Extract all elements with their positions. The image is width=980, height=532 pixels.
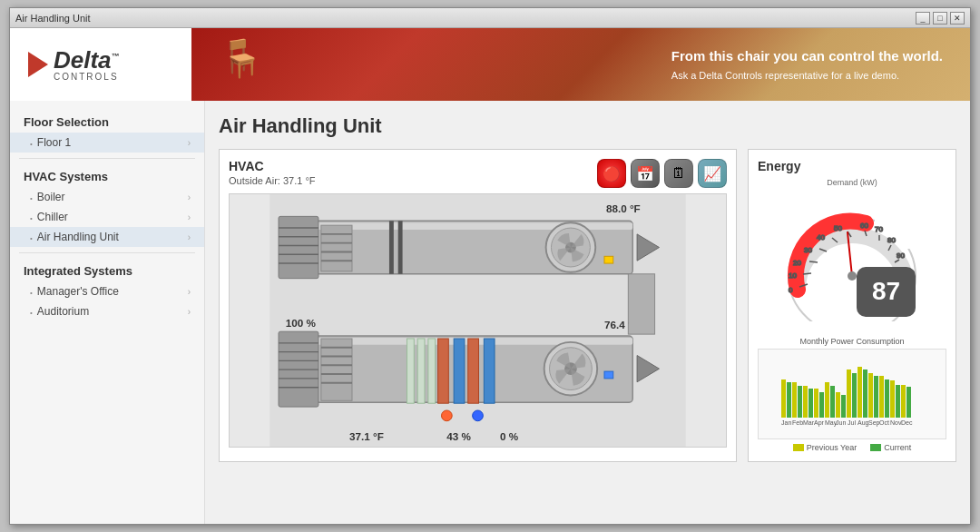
svg-rect-26 (484, 339, 495, 403)
sidebar-section-hvac: HVAC Systems (10, 164, 204, 187)
header-tagline: From this chair you can control the worl… (671, 47, 943, 83)
chart-month-label: May (825, 419, 835, 426)
content-area: Air Handling Unit HVAC Outside Air: 37.1… (205, 101, 970, 524)
bar-curr (819, 392, 824, 418)
chart-month-label: Jul (847, 419, 857, 426)
bar-curr (830, 386, 835, 418)
sidebar-item-managers-office[interactable]: •Manager's Office › (10, 281, 204, 301)
sidebar-section-integrated: Integrated Systems (10, 259, 204, 281)
svg-text:88.0 °F: 88.0 °F (606, 202, 641, 214)
bar-prev (858, 367, 862, 418)
header: Delta™ CONTROLS 🪑 From this chair you ca… (10, 28, 970, 101)
chart-month-label: Apr (814, 419, 824, 426)
bar-curr (841, 395, 846, 418)
main-layout: Floor Selection •Floor 1 › HVAC Systems … (10, 101, 970, 524)
alarm-button[interactable]: 🔴 (597, 159, 626, 188)
bar-prev (901, 385, 906, 418)
hvac-diagram: 88.0 °F (229, 193, 727, 448)
bar-curr (906, 387, 911, 418)
sidebar-item-ahu[interactable]: •Air Handling Unit › (10, 227, 204, 247)
svg-text:0: 0 (789, 286, 793, 294)
svg-rect-54 (407, 339, 414, 403)
sidebar-divider-1 (19, 158, 195, 159)
chart-month-label: Feb (792, 419, 802, 426)
svg-point-28 (473, 410, 484, 421)
logo-controls: CONTROLS (54, 72, 120, 82)
toolbar-icons: 🔴 📅 🗓 📈 (597, 159, 727, 188)
sidebar-item-floor1[interactable]: •Floor 1 › (10, 133, 204, 153)
chevron-icon: › (188, 307, 191, 317)
logo-delta: Delta™ (54, 48, 120, 72)
bullet-icon: • (30, 214, 33, 222)
energy-panel-title: Energy (758, 159, 946, 173)
bar-prev (781, 379, 786, 418)
chart-month-label: Nov (890, 419, 900, 426)
bullet-icon: • (30, 309, 33, 317)
logo-area: Delta™ CONTROLS (10, 28, 191, 101)
bar-prev (879, 376, 884, 418)
svg-rect-34 (321, 225, 352, 271)
window-controls: _ □ ✕ (916, 12, 965, 25)
minimize-button[interactable]: _ (916, 12, 930, 25)
sidebar-item-chiller[interactable]: •Chiller › (10, 207, 204, 227)
calendar-button[interactable]: 🗓 (664, 159, 693, 188)
bar-curr (863, 369, 867, 418)
svg-text:0 %: 0 % (500, 430, 519, 442)
svg-rect-23 (438, 339, 449, 403)
hvac-diagram-svg: 88.0 °F (230, 194, 726, 447)
energy-panel: Energy Demand (kW) (748, 149, 956, 462)
chart-title: Monthly Power Consumption (758, 337, 946, 346)
bar-curr (874, 376, 878, 418)
svg-rect-24 (454, 339, 465, 403)
bar-curr (787, 382, 791, 418)
schedule-button[interactable]: 📅 (631, 159, 660, 188)
bar-prev (825, 382, 829, 418)
chevron-icon: › (188, 192, 191, 202)
chevron-icon: › (188, 232, 191, 242)
sidebar: Floor Selection •Floor 1 › HVAC Systems … (10, 101, 205, 524)
svg-text:50: 50 (834, 224, 842, 232)
chart-month-label: Aug (858, 419, 867, 426)
svg-rect-3 (279, 216, 318, 278)
chevron-icon: › (188, 138, 191, 148)
legend-curr-label: Current (884, 443, 911, 452)
sidebar-item-auditorium[interactable]: •Auditorium › (10, 301, 204, 321)
bar-prev (847, 369, 851, 418)
svg-text:40: 40 (817, 233, 825, 241)
svg-text:20: 20 (793, 259, 801, 267)
bar-curr (896, 385, 900, 418)
svg-rect-45 (628, 274, 654, 334)
bullet-icon: • (30, 234, 33, 242)
svg-rect-46 (389, 221, 394, 274)
legend-prev-box (793, 444, 804, 451)
trend-button[interactable]: 📈 (698, 159, 727, 188)
svg-text:90: 90 (897, 251, 905, 260)
svg-rect-43 (604, 256, 613, 263)
svg-point-82 (848, 271, 857, 281)
sidebar-item-boiler[interactable]: •Boiler › (10, 187, 204, 207)
gauge-svg-wrap: 0 10 20 30 (784, 203, 920, 321)
bar-prev (814, 389, 818, 418)
title-bar: Air Handling Unit _ □ ✕ (10, 8, 970, 28)
svg-point-27 (442, 410, 453, 421)
svg-rect-44 (604, 371, 613, 379)
bar-curr (852, 373, 857, 418)
page-title: Air Handling Unit (219, 114, 956, 138)
svg-text:60: 60 (860, 222, 868, 230)
window-title: Air Handling Unit (15, 13, 91, 24)
bar-curr (808, 389, 813, 418)
chart-month-label: Mar (803, 419, 813, 426)
close-button[interactable]: ✕ (950, 12, 965, 25)
maximize-button[interactable]: □ (933, 12, 947, 25)
legend-current: Current (870, 443, 911, 452)
chart-wrapper: 10000 0 kWh JanFebMarAprMayJunJulAugSepO… (758, 349, 946, 439)
bar-prev (890, 380, 895, 418)
svg-text:100 %: 100 % (286, 317, 317, 329)
bullet-icon: • (30, 194, 33, 202)
svg-text:37.1 °F: 37.1 °F (349, 430, 384, 442)
gauge-value: 87 (857, 267, 916, 317)
chevron-icon: › (188, 212, 191, 222)
chart-month-label: Jan (781, 419, 791, 426)
svg-text:80: 80 (887, 236, 896, 244)
svg-line-63 (809, 261, 818, 262)
